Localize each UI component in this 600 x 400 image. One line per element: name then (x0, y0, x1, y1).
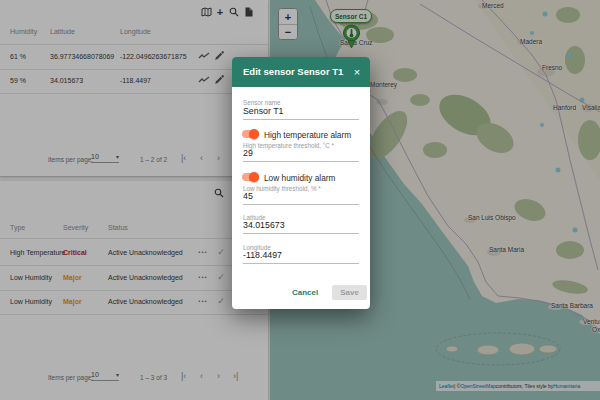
sensor-name-label: Sensor name (243, 99, 280, 106)
high-temp-alarm-toggle[interactable] (242, 129, 259, 139)
close-icon: × (354, 66, 360, 78)
low-humidity-alarm-toggle[interactable] (242, 172, 259, 182)
longitude-input[interactable] (243, 250, 359, 264)
low-humidity-alarm-label: Low humidity alarm (264, 173, 335, 183)
latitude-input[interactable] (243, 220, 359, 234)
edit-sensor-dialog: Edit sensor Sensor T1 × Sensor name High… (232, 57, 370, 309)
toggle-thumb (249, 172, 259, 182)
sensor-name-input[interactable] (243, 106, 359, 120)
close-button[interactable]: × (349, 64, 365, 80)
toggle-thumb (249, 129, 259, 139)
low-humidity-threshold-input[interactable] (243, 191, 359, 205)
high-temp-alarm-label: High temperature alarm (264, 130, 351, 140)
cancel-button[interactable]: Cancel (292, 288, 318, 297)
dialog-title: Edit sensor Sensor T1 (243, 66, 343, 77)
high-temp-threshold-input[interactable] (243, 148, 359, 162)
app-screen: + Humidity Latitude Longitude 61 % 36.97… (0, 0, 600, 400)
save-button[interactable]: Save (332, 285, 367, 300)
dialog-header: Edit sensor Sensor T1 × (232, 57, 370, 87)
